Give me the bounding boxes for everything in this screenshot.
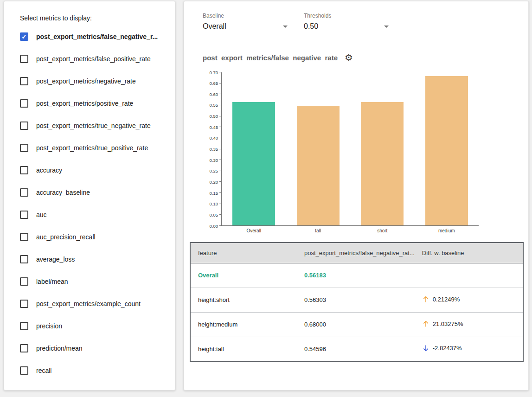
table-row-overall: Overall0.56183 xyxy=(190,263,523,288)
metric-checkbox[interactable] xyxy=(20,344,28,352)
baseline-label: Baseline xyxy=(203,13,288,19)
bar-medium[interactable] xyxy=(425,76,468,225)
metric-label: auc xyxy=(36,211,47,218)
metric-item-auc-precision-recall[interactable]: auc_precision_recall xyxy=(20,226,168,248)
bar-overall[interactable] xyxy=(232,102,275,225)
y-axis-tick-label: 0.20 xyxy=(203,180,218,185)
table-header-row: feature post_export_metrics/false_negati… xyxy=(190,243,523,263)
table-row-height-medium: height:medium0.6800021.03275% xyxy=(190,312,523,337)
metric-checkbox[interactable] xyxy=(20,188,28,197)
y-axis-tick-label: 0.10 xyxy=(203,202,218,206)
metric-checkbox[interactable] xyxy=(20,300,28,308)
metric-label: accuracy_baseline xyxy=(36,189,90,196)
metric-label: post_export_metrics/negative_rate xyxy=(36,77,136,85)
metric-checkbox[interactable] xyxy=(20,122,28,130)
baseline-select[interactable]: Baseline Overall xyxy=(203,13,288,35)
metric-item-post-export-metrics-example-count[interactable]: post_export_metrics/example_count xyxy=(20,293,168,315)
metric-item-post-export-metrics-false-negative-r[interactable]: ✓post_export_metrics/false_negative_r... xyxy=(20,26,168,48)
bar-chart: 0.000.050.100.150.200.250.300.350.400.45… xyxy=(203,72,481,236)
metric-item-post-export-metrics-negative-rate[interactable]: post_export_metrics/negative_rate xyxy=(20,70,168,92)
thresholds-select-value[interactable]: 0.50 xyxy=(304,22,390,35)
diff-value: 0.21249% xyxy=(433,296,460,303)
cell-diff: 21.03275% xyxy=(415,312,523,337)
y-axis: 0.000.050.100.150.200.250.300.350.400.45… xyxy=(203,72,221,226)
gear-icon[interactable]: ⚙ xyxy=(345,53,353,62)
y-axis-tick-label: 0.25 xyxy=(203,169,218,173)
metric-label: post_export_metrics/false_positive_rate xyxy=(36,55,151,63)
y-axis-tick-label: 0.45 xyxy=(203,125,218,129)
bar-tall[interactable] xyxy=(297,106,340,225)
metric-item-label-mean[interactable]: label/mean xyxy=(20,270,168,293)
metric-checkbox[interactable] xyxy=(20,233,28,241)
metric-checkbox[interactable] xyxy=(20,77,28,85)
cell-feature: height:short xyxy=(190,288,297,312)
metric-select-panel: Select metrics to display: ✓post_export_… xyxy=(4,1,175,391)
cell-diff xyxy=(415,263,523,288)
metric-item-accuracy-baseline[interactable]: accuracy_baseline xyxy=(20,181,168,204)
metric-item-post-export-metrics-false-positive-rate[interactable]: post_export_metrics/false_positive_rate xyxy=(20,48,168,70)
metric-checkbox[interactable] xyxy=(20,144,28,152)
baseline-selected-option: Overall xyxy=(203,22,226,31)
table-header-diff: Diff. w. baseline xyxy=(415,243,523,263)
metric-label: post_export_metrics/false_negative_r... xyxy=(36,33,158,40)
cell-feature: height:tall xyxy=(190,337,297,361)
bar-short[interactable] xyxy=(361,102,404,225)
y-axis-tick-label: 0.40 xyxy=(203,136,218,141)
chevron-down-icon xyxy=(283,26,288,28)
x-axis-label: tall xyxy=(286,228,351,233)
metric-checkbox[interactable] xyxy=(20,322,28,330)
metric-select-title: Select metrics to display: xyxy=(20,14,168,22)
x-axis-label: short xyxy=(350,228,415,233)
thresholds-select[interactable]: Thresholds 0.50 xyxy=(304,13,390,35)
metric-checkbox[interactable]: ✓ xyxy=(20,32,28,41)
metric-checkbox[interactable] xyxy=(20,166,28,174)
metric-label: post_export_metrics/true_negative_rate xyxy=(36,122,151,129)
table-body: Overall0.56183height:short0.563030.21249… xyxy=(190,263,523,361)
y-axis-tick-label: 0.15 xyxy=(203,191,218,195)
metric-item-post-export-metrics-positive-rate[interactable]: post_export_metrics/positive_rate xyxy=(20,92,168,115)
bar-slot-overall: Overall xyxy=(222,72,286,225)
table-header-feature: feature xyxy=(190,243,297,263)
y-axis-tick-label: 0.35 xyxy=(203,147,218,152)
metric-label: label/mean xyxy=(36,278,68,285)
diff-value: 21.03275% xyxy=(433,320,463,327)
y-axis-tick-label: 0.60 xyxy=(203,92,218,97)
chart-title: post_export_metrics/false_negative_rate xyxy=(203,54,338,62)
cell-diff: -2.82437% xyxy=(415,337,523,361)
metric-label: post_export_metrics/positive_rate xyxy=(36,100,133,107)
metric-checkbox[interactable] xyxy=(20,255,28,263)
metric-checkbox[interactable] xyxy=(20,211,28,219)
bar-slot-tall: tall xyxy=(286,72,351,225)
metric-label: recall xyxy=(36,367,51,374)
metric-label: precision xyxy=(36,322,62,330)
y-axis-tick-label: 0.00 xyxy=(203,224,218,228)
cell-diff: 0.21249% xyxy=(415,288,523,312)
y-axis-tick-label: 0.70 xyxy=(203,70,218,75)
metrics-list: ✓post_export_metrics/false_negative_r...… xyxy=(20,26,168,382)
table-row-height-short: height:short0.563030.21249% xyxy=(190,288,523,312)
thresholds-selected-option: 0.50 xyxy=(304,22,318,31)
up-arrow-icon xyxy=(422,295,429,303)
metric-item-accuracy[interactable]: accuracy xyxy=(20,159,168,181)
baseline-select-value[interactable]: Overall xyxy=(203,22,288,35)
metric-item-recall[interactable]: recall xyxy=(20,359,168,382)
diff-value: -2.82437% xyxy=(433,345,462,352)
x-axis-label: medium xyxy=(415,228,479,233)
metric-checkbox[interactable] xyxy=(20,277,28,286)
y-axis-tick-label: 0.30 xyxy=(203,158,218,162)
metric-checkbox[interactable] xyxy=(20,99,28,108)
metric-item-post-export-metrics-true-negative-rate[interactable]: post_export_metrics/true_negative_rate xyxy=(20,115,168,137)
metric-checkbox[interactable] xyxy=(20,366,28,375)
metric-item-average-loss[interactable]: average_loss xyxy=(20,248,168,270)
metric-item-prediction-mean[interactable]: prediction/mean xyxy=(20,337,168,359)
results-panel: Baseline Overall Thresholds 0.50 post_ex… xyxy=(184,1,529,391)
chevron-down-icon xyxy=(384,26,389,28)
metric-item-auc[interactable]: auc xyxy=(20,204,168,226)
metric-checkbox[interactable] xyxy=(20,55,28,63)
chart-header: post_export_metrics/false_negative_rate … xyxy=(203,53,528,62)
metrics-table: feature post_export_metrics/false_negati… xyxy=(190,242,524,362)
table-header-metric: post_export_metrics/false_negative_rat..… xyxy=(297,243,415,263)
metric-item-precision[interactable]: precision xyxy=(20,315,168,337)
metric-label: prediction/mean xyxy=(36,345,83,352)
metric-item-post-export-metrics-true-positive-rate[interactable]: post_export_metrics/true_positive_rate xyxy=(20,137,168,159)
